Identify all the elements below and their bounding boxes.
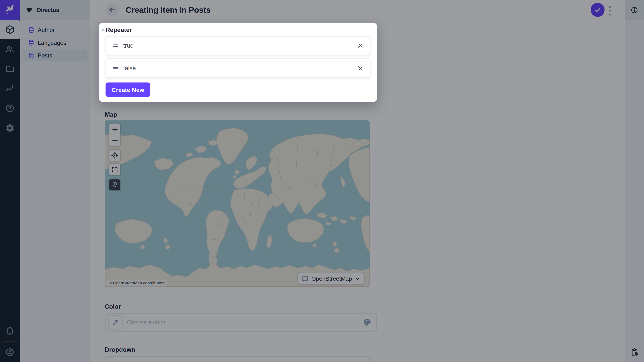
repeater-item-row[interactable]: false [106,58,370,78]
repeater-field-label: Repeater [106,26,370,34]
drag-handle-icon[interactable] [112,64,120,72]
edited-dot [102,29,104,31]
close-icon[interactable] [357,42,364,49]
repeater-item-row[interactable]: true [106,36,370,55]
create-new-button[interactable]: Create New [106,82,150,97]
directus-app: Creating Item in Posts Map [0,0,644,362]
repeater-popup: Repeater true false Create New [99,23,377,102]
close-icon[interactable] [357,65,364,72]
drag-handle-icon[interactable] [112,42,120,49]
repeater-item-value: false [123,65,136,71]
repeater-item-value: true [123,42,134,49]
